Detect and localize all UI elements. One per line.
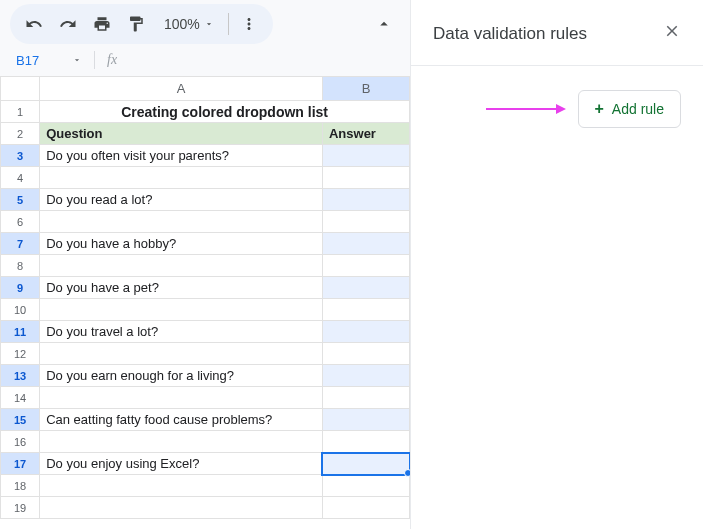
cell[interactable] [322, 365, 409, 387]
spreadsheet-pane: 100% B17 fx A B 1Creating colored dropdo… [0, 0, 410, 529]
row-header[interactable]: 4 [1, 167, 40, 189]
cell[interactable] [322, 211, 409, 233]
cell[interactable]: Do you have a hobby? [40, 233, 323, 255]
cell[interactable] [322, 299, 409, 321]
cell[interactable]: Do you often visit your parents? [40, 145, 323, 167]
cell[interactable] [322, 431, 409, 453]
toolbar-group: 100% [10, 4, 273, 44]
zoom-dropdown[interactable]: 100% [154, 16, 224, 32]
chevron-down-icon[interactable] [72, 55, 82, 65]
column-header-b[interactable]: B [322, 77, 409, 101]
svg-marker-1 [556, 104, 566, 114]
row-header[interactable]: 10 [1, 299, 40, 321]
row-header[interactable]: 15 [1, 409, 40, 431]
chevron-up-icon [375, 15, 393, 33]
row-header[interactable]: 3 [1, 145, 40, 167]
row-header[interactable]: 6 [1, 211, 40, 233]
cell[interactable] [322, 387, 409, 409]
row-header[interactable]: 16 [1, 431, 40, 453]
row-header[interactable]: 12 [1, 343, 40, 365]
cell[interactable] [322, 233, 409, 255]
row-header[interactable]: 8 [1, 255, 40, 277]
cell[interactable] [322, 497, 409, 519]
column-header-a[interactable]: A [40, 77, 323, 101]
row-header[interactable]: 11 [1, 321, 40, 343]
cell[interactable]: Do you travel a lot? [40, 321, 323, 343]
paint-format-button[interactable] [120, 8, 152, 40]
chevron-down-icon [204, 19, 214, 29]
add-rule-label: Add rule [612, 101, 664, 117]
redo-button[interactable] [52, 8, 84, 40]
header-cell-question[interactable]: Question [40, 123, 323, 145]
header-cell-answer[interactable]: Answer [322, 123, 409, 145]
divider [94, 51, 95, 69]
formula-bar: B17 fx [0, 48, 410, 76]
row-header[interactable]: 19 [1, 497, 40, 519]
row-header[interactable]: 1 [1, 101, 40, 123]
cell[interactable] [322, 145, 409, 167]
row-header[interactable]: 18 [1, 475, 40, 497]
undo-button[interactable] [18, 8, 50, 40]
cell[interactable] [40, 431, 323, 453]
cell[interactable] [322, 189, 409, 211]
row-header[interactable]: 2 [1, 123, 40, 145]
annotation-arrow [484, 100, 566, 118]
close-button[interactable] [659, 18, 685, 49]
add-rule-button[interactable]: + Add rule [578, 90, 682, 128]
more-button[interactable] [233, 8, 265, 40]
title-cell[interactable]: Creating colored dropdown list [40, 101, 410, 123]
toolbar-divider [228, 13, 229, 35]
sidebar-panel: Data validation rules + Add rule [410, 0, 703, 529]
panel-header: Data validation rules [411, 0, 703, 66]
close-icon [663, 22, 681, 40]
cell[interactable] [322, 255, 409, 277]
cell[interactable] [40, 167, 323, 189]
cell[interactable]: Do you enjoy using Excel? [40, 453, 323, 475]
cell[interactable] [40, 299, 323, 321]
panel-body: + Add rule [411, 66, 703, 152]
spreadsheet-grid[interactable]: A B 1Creating colored dropdown list2Ques… [0, 76, 410, 529]
row-header[interactable]: 13 [1, 365, 40, 387]
print-button[interactable] [86, 8, 118, 40]
row-header[interactable]: 5 [1, 189, 40, 211]
row-header[interactable]: 9 [1, 277, 40, 299]
cell[interactable] [322, 475, 409, 497]
select-all-corner[interactable] [1, 77, 40, 101]
cell[interactable] [40, 387, 323, 409]
active-cell[interactable] [322, 453, 409, 475]
name-box[interactable]: B17 [10, 53, 66, 68]
cell[interactable]: Do you read a lot? [40, 189, 323, 211]
collapse-button[interactable] [368, 8, 400, 40]
cell[interactable] [322, 277, 409, 299]
cell[interactable] [40, 497, 323, 519]
cell[interactable]: Do you have a pet? [40, 277, 323, 299]
cell[interactable] [322, 321, 409, 343]
cell[interactable] [40, 343, 323, 365]
panel-title: Data validation rules [433, 24, 587, 44]
cell[interactable] [322, 343, 409, 365]
row-header[interactable]: 7 [1, 233, 40, 255]
dots-vertical-icon [240, 15, 258, 33]
cell[interactable] [322, 167, 409, 189]
zoom-value: 100% [164, 16, 200, 32]
row-header[interactable]: 17 [1, 453, 40, 475]
cell[interactable] [40, 211, 323, 233]
fx-label: fx [107, 52, 117, 68]
cell[interactable] [40, 475, 323, 497]
row-header[interactable]: 14 [1, 387, 40, 409]
cell[interactable] [40, 255, 323, 277]
cell[interactable] [322, 409, 409, 431]
plus-icon: + [595, 100, 604, 118]
toolbar: 100% [0, 0, 410, 48]
cell[interactable]: Can eatting fatty food cause problems? [40, 409, 323, 431]
cell[interactable]: Do you earn enough for a living? [40, 365, 323, 387]
